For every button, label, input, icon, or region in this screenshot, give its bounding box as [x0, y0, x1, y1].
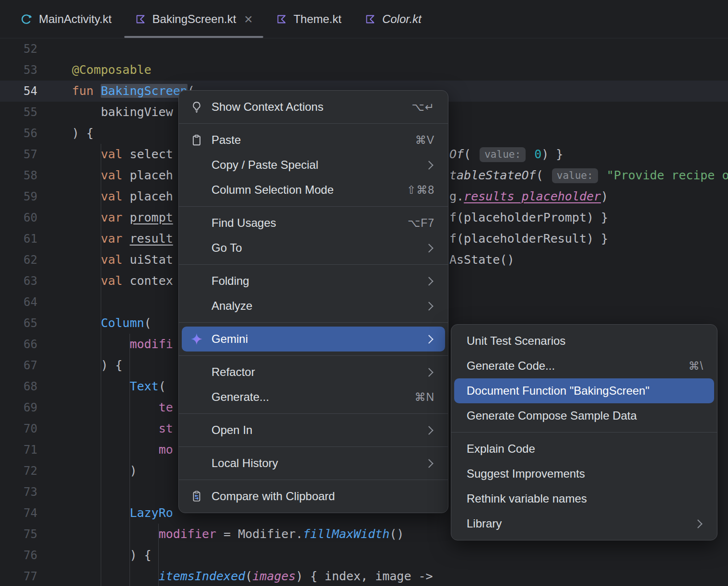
line-number[interactable]: 73: [0, 481, 72, 503]
code-token: [72, 253, 101, 267]
tab-color-kt[interactable]: Color.kt: [353, 0, 433, 38]
code-token: [72, 189, 101, 203]
menu-item-label: Compare with Clipboard: [211, 490, 335, 503]
menu-separator: [451, 432, 717, 433]
menu-item-compare-with-clipboard[interactable]: Compare with Clipboard: [182, 484, 445, 509]
menu-item-explain-code[interactable]: Explain Code: [454, 436, 714, 461]
code-token: [122, 211, 129, 224]
line-number[interactable]: 63: [0, 270, 72, 292]
code-token: [72, 168, 101, 182]
line-number[interactable]: 70: [0, 418, 72, 439]
menu-item-label: Column Selection Mode: [211, 183, 334, 197]
line-number[interactable]: 66: [0, 334, 72, 355]
submenu-arrow-icon: [693, 519, 702, 528]
submenu-arrow-icon: [424, 459, 433, 468]
menu-item-find-usages[interactable]: Find Usages⌥F7: [182, 211, 445, 235]
code-text: ) {: [72, 545, 728, 566]
code-line-76[interactable]: 76 ) {: [0, 545, 728, 566]
kotlin-file-icon: [364, 13, 376, 25]
submenu-arrow-icon: [424, 244, 433, 252]
line-number[interactable]: 58: [0, 165, 72, 186]
line-number[interactable]: 68: [0, 376, 72, 397]
line-number[interactable]: 71: [0, 439, 72, 460]
code-text-right: Of( value: 0) }: [449, 144, 563, 165]
code-token: f(placeholderPrompt) }: [449, 211, 608, 224]
code-text-right: AsState(): [449, 249, 514, 270]
line-number[interactable]: 55: [0, 102, 72, 123]
menu-item-analyze[interactable]: Analyze: [182, 293, 445, 318]
menu-shortcut: ⇧⌘8: [407, 184, 434, 197]
code-text-right: f(placeholderResult) }: [449, 228, 608, 249]
code-token: (: [159, 379, 166, 393]
line-number[interactable]: 56: [0, 123, 72, 144]
menu-item-label: Generate Compose Sample Data: [467, 409, 637, 422]
code-line-77[interactable]: 77 itemsIndexed(images) { index, image -…: [0, 566, 728, 586]
menu-item-go-to[interactable]: Go To: [182, 235, 445, 260]
menu-item-library[interactable]: Library: [454, 511, 714, 536]
menu-separator: [179, 123, 448, 124]
menu-item-copy-paste-special[interactable]: Copy / Paste Special: [182, 152, 445, 177]
code-token: mo: [159, 443, 173, 457]
code-token: @Composable: [72, 63, 152, 77]
line-number[interactable]: 54: [0, 81, 72, 102]
code-token: ): [601, 189, 608, 203]
menu-item-folding[interactable]: Folding: [182, 269, 445, 293]
menu-item-label: Paste: [211, 133, 241, 147]
code-token: uiStat: [122, 253, 173, 267]
tab-bakingscreen-kt[interactable]: BakingScreen.kt×: [123, 0, 264, 38]
menu-item-show-context-actions[interactable]: Show Context Actions⌥↵: [182, 94, 445, 119]
line-number[interactable]: 57: [0, 144, 72, 165]
code-token: [599, 168, 607, 182]
inlay-hint: value:: [480, 147, 526, 162]
menu-item-document-function-bakingscreen[interactable]: Document Function "BakingScreen": [454, 378, 714, 403]
code-token: st: [159, 422, 173, 435]
tab-label: Color.kt: [382, 12, 422, 26]
tab-mainactivity-kt[interactable]: MainActivity.kt: [9, 0, 123, 38]
line-number[interactable]: 69: [0, 397, 72, 418]
menu-item-suggest-improvements[interactable]: Suggest Improvements: [454, 461, 714, 486]
code-token: ): [72, 464, 137, 478]
code-token: ) {: [72, 358, 122, 372]
menu-item-rethink-variable-names[interactable]: Rethink variable names: [454, 486, 714, 511]
line-number[interactable]: 59: [0, 186, 72, 207]
menu-item-refactor[interactable]: Refactor: [182, 360, 445, 385]
code-token: modifier: [159, 527, 216, 541]
menu-item-gemini[interactable]: Gemini: [182, 327, 445, 352]
menu-item-generate-compose-sample-data[interactable]: Generate Compose Sample Data: [454, 403, 714, 428]
line-number[interactable]: 61: [0, 228, 72, 249]
line-number[interactable]: 65: [0, 313, 72, 334]
menu-item-unit-test-scenarios[interactable]: Unit Test Scenarios: [454, 328, 714, 353]
code-token: [72, 337, 129, 351]
code-token: val: [101, 168, 122, 182]
tab-theme-kt[interactable]: Theme.kt: [264, 0, 353, 38]
code-token: placeh: [122, 189, 173, 203]
line-number[interactable]: 60: [0, 207, 72, 228]
menu-item-label: Refactor: [211, 365, 255, 379]
menu-item-generate-code[interactable]: Generate Code...⌘\: [454, 353, 714, 378]
line-number[interactable]: 76: [0, 545, 72, 566]
code-token: bakingView: [72, 105, 173, 119]
code-token: te: [159, 400, 173, 414]
line-number[interactable]: 53: [0, 59, 72, 81]
code-line-53[interactable]: 53@Composable: [0, 59, 728, 81]
menu-item-open-in[interactable]: Open In: [182, 418, 445, 443]
code-line-52[interactable]: 52: [0, 38, 728, 59]
menu-shortcut: ⌘N: [414, 391, 434, 404]
menu-item-generate[interactable]: Generate...⌘N: [182, 385, 445, 410]
line-number[interactable]: 77: [0, 566, 72, 586]
menu-item-local-history[interactable]: Local History: [182, 451, 445, 476]
line-number[interactable]: 74: [0, 503, 72, 524]
line-number[interactable]: 72: [0, 460, 72, 481]
tab-label: BakingScreen.kt: [153, 12, 236, 26]
menu-item-label: Generate Code...: [467, 359, 555, 373]
menu-item-column-selection-mode[interactable]: Column Selection Mode⇧⌘8: [182, 177, 445, 202]
line-number[interactable]: 64: [0, 292, 72, 313]
tab-close-icon[interactable]: ×: [244, 12, 253, 26]
line-number[interactable]: 75: [0, 524, 72, 545]
line-number[interactable]: 67: [0, 355, 72, 376]
line-number[interactable]: 62: [0, 249, 72, 270]
menu-item-label: Unit Test Scenarios: [467, 334, 565, 348]
code-token: val: [101, 274, 122, 288]
menu-item-paste[interactable]: Paste⌘V: [182, 128, 445, 152]
line-number[interactable]: 52: [0, 38, 72, 59]
